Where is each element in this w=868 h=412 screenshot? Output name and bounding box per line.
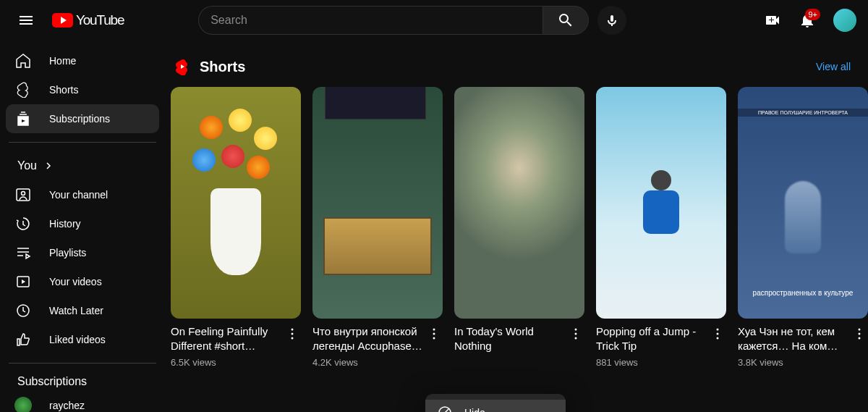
your-videos-icon <box>14 274 32 290</box>
short-thumbnail[interactable] <box>312 87 443 319</box>
shorts-icon <box>14 82 32 98</box>
short-thumbnail[interactable] <box>454 87 584 319</box>
sidebar-item-your-channel[interactable]: Your channel <box>6 180 159 209</box>
svg-point-17 <box>859 333 861 335</box>
sidebar-label: raychez <box>49 400 85 411</box>
divider <box>9 142 156 143</box>
search-icon <box>557 12 574 29</box>
svg-point-14 <box>717 333 719 335</box>
clock-icon <box>14 303 32 319</box>
menu-icon <box>17 12 35 29</box>
short-views: 881 views <box>596 357 709 368</box>
short-title: Что внутри японской легенды Accuphase E… <box>312 324 425 354</box>
sidebar-item-history[interactable]: History <box>6 209 159 238</box>
short-thumbnail[interactable] <box>171 87 301 319</box>
hamburger-menu-button[interactable] <box>12 6 41 35</box>
sidebar-label: Home <box>49 55 76 67</box>
sidebar-you-header[interactable]: You <box>0 151 165 180</box>
short-title: On Feeling Painfully Different #short… <box>171 324 284 354</box>
sidebar-label: Shorts <box>49 84 78 96</box>
short-card[interactable]: Что внутри японской легенды Accuphase E…… <box>312 87 443 368</box>
short-menu-button[interactable] <box>709 324 726 340</box>
short-menu-button[interactable] <box>284 324 301 340</box>
youtube-logo-text: YouTube <box>76 12 124 28</box>
home-icon <box>14 53 32 69</box>
svg-point-9 <box>433 337 435 340</box>
microphone-icon <box>605 13 619 28</box>
voice-search-button[interactable] <box>597 6 626 35</box>
create-icon <box>764 12 781 29</box>
short-menu-button[interactable] <box>851 324 868 340</box>
short-thumbnail[interactable] <box>596 87 726 319</box>
more-vertical-icon <box>286 327 299 340</box>
subscriptions-section-title: Subscriptions <box>0 372 165 391</box>
short-menu-button[interactable] <box>425 324 443 340</box>
short-card[interactable]: In Today's World Nothing <box>454 87 584 368</box>
svg-point-18 <box>859 337 861 340</box>
svg-point-1 <box>22 192 25 196</box>
menu-item-label: Hide <box>464 407 485 412</box>
sidebar-item-liked-videos[interactable]: Liked videos <box>6 325 159 354</box>
short-title: Popping off a Jump - Trick Tip <box>596 324 709 354</box>
sidebar-label: History <box>49 218 81 230</box>
search-button[interactable] <box>542 6 589 35</box>
short-thumbnail[interactable]: ПРАВОЕ ПОЛУШАРИЕ ИНТРОВЕРТА распростране… <box>738 87 868 319</box>
sidebar-item-your-videos[interactable]: Your videos <box>6 267 159 296</box>
create-button[interactable] <box>758 6 787 35</box>
short-card[interactable]: On Feeling Painfully Different #short… 6… <box>171 87 301 368</box>
short-menu-button[interactable] <box>567 324 584 340</box>
sidebar-item-home[interactable]: Home <box>6 46 159 75</box>
short-title: Хуа Чэн не тот, кем кажется… На ком… <box>738 324 851 354</box>
sidebar-item-shorts[interactable]: Shorts <box>6 75 159 104</box>
youtube-play-icon <box>52 13 73 28</box>
menu-item-hide[interactable]: Hide <box>425 400 566 412</box>
sidebar-item-playlists[interactable]: Playlists <box>6 238 159 267</box>
more-vertical-icon <box>427 327 441 340</box>
notification-badge: 9+ <box>805 9 820 20</box>
svg-point-16 <box>859 329 861 331</box>
more-vertical-icon <box>711 327 724 340</box>
svg-point-10 <box>575 329 577 331</box>
hide-icon <box>437 405 453 412</box>
short-title: In Today's World Nothing <box>454 324 567 354</box>
search-input[interactable] <box>198 6 542 35</box>
short-card[interactable]: ПРАВОЕ ПОЛУШАРИЕ ИНТРОВЕРТА распростране… <box>738 87 868 368</box>
svg-point-13 <box>717 329 719 331</box>
shorts-section-title: Shorts <box>200 59 245 75</box>
playlists-icon <box>14 245 32 261</box>
account-avatar[interactable] <box>833 9 856 32</box>
notifications-button[interactable]: 9+ <box>793 6 822 35</box>
youtube-logo[interactable]: YouTube <box>52 12 124 28</box>
view-all-link[interactable]: View all <box>816 61 851 72</box>
sidebar-item-subscriptions[interactable]: Subscriptions <box>6 104 159 133</box>
svg-point-8 <box>433 333 435 335</box>
svg-point-19 <box>439 407 451 412</box>
svg-point-5 <box>292 333 294 335</box>
short-views: 6.5K views <box>171 357 284 368</box>
divider <box>9 363 156 363</box>
svg-point-4 <box>292 329 294 331</box>
sidebar-subscription-raychez[interactable]: raychez <box>6 391 159 412</box>
short-views: 3.8K views <box>738 357 851 368</box>
context-menu: Hide Send feedback <box>425 394 566 412</box>
thumbnail-overlay-caption: распространенных в культуре <box>738 289 868 297</box>
short-card[interactable]: Popping off a Jump - Trick Tip 881 views <box>596 87 726 368</box>
sidebar-label: Your channel <box>49 189 108 201</box>
sidebar: Home Shorts Subscriptions You Your chann… <box>0 41 165 412</box>
svg-point-11 <box>575 333 577 335</box>
short-views: 4.2K views <box>312 357 425 368</box>
sidebar-label: Playlists <box>49 247 86 258</box>
sidebar-label: Subscriptions <box>49 113 110 125</box>
svg-point-15 <box>717 337 719 340</box>
sidebar-item-watch-later[interactable]: Watch Later <box>6 296 159 325</box>
channel-avatar <box>14 397 32 412</box>
thumbnail-overlay-banner: ПРАВОЕ ПОЛУШАРИЕ ИНТРОВЕРТА <box>738 109 868 117</box>
channel-icon <box>14 187 32 203</box>
svg-point-7 <box>433 329 435 331</box>
sidebar-label: Liked videos <box>49 334 106 345</box>
subscriptions-icon <box>14 111 32 127</box>
svg-point-12 <box>575 337 577 340</box>
thumbs-up-icon <box>14 332 32 348</box>
svg-point-6 <box>292 337 294 340</box>
sidebar-label: Your videos <box>49 276 102 287</box>
